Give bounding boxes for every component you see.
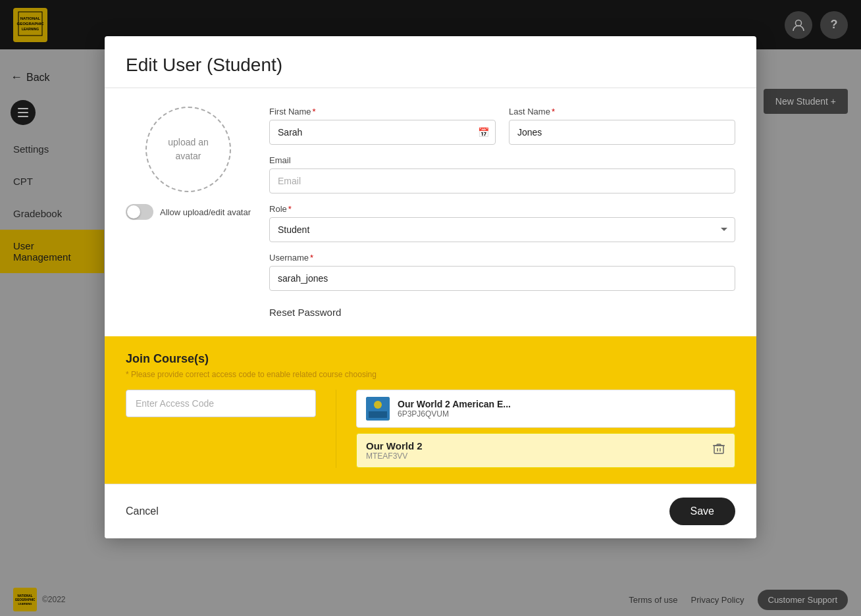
join-courses-section: Join Course(s) * Please provide correct … bbox=[105, 336, 756, 484]
last-name-label: Last Name* bbox=[509, 107, 735, 116]
join-courses-title: Join Course(s) bbox=[126, 352, 735, 366]
modal-form-area: upload an avatar Allow upload/edit avata… bbox=[105, 88, 756, 336]
course-name-1: Our World 2 American E... bbox=[398, 399, 725, 409]
toggle-row: Allow upload/edit avatar bbox=[126, 204, 251, 220]
edit-user-modal: Edit User (Student) upload an avatar All… bbox=[105, 36, 756, 538]
first-name-input-wrapper: 📅 bbox=[269, 120, 496, 145]
avatar-section: upload an avatar Allow upload/edit avata… bbox=[126, 107, 251, 220]
email-label: Email bbox=[269, 155, 735, 165]
modal-title: Edit User (Student) bbox=[126, 55, 735, 76]
course-item-active[interactable]: Our World 2 American E... 6P3PJ6QVUM bbox=[356, 390, 735, 428]
avatar-toggle[interactable] bbox=[126, 204, 153, 220]
username-group: Username* bbox=[269, 253, 735, 291]
course-code-1: 6P3PJ6QVUM bbox=[398, 409, 725, 419]
first-name-label: First Name* bbox=[269, 107, 496, 116]
svg-rect-13 bbox=[714, 446, 723, 453]
access-code-input[interactable] bbox=[126, 390, 316, 417]
course-info-1: Our World 2 American E... 6P3PJ6QVUM bbox=[398, 399, 725, 419]
course-item-secondary[interactable]: Our World 2 MTEAF3VV bbox=[356, 433, 735, 468]
course-info-2: Our World 2 MTEAF3VV bbox=[366, 440, 704, 461]
first-name-input[interactable] bbox=[269, 120, 496, 145]
last-name-required: * bbox=[552, 107, 555, 116]
reset-password-link[interactable]: Reset Password bbox=[269, 307, 735, 318]
join-courses-content: Our World 2 American E... 6P3PJ6QVUM Our… bbox=[126, 390, 735, 468]
modal-overlay: Edit User (Student) upload an avatar All… bbox=[0, 0, 861, 616]
email-input[interactable] bbox=[269, 168, 735, 193]
cancel-button[interactable]: Cancel bbox=[126, 500, 159, 523]
delete-course-icon[interactable] bbox=[712, 442, 725, 459]
avatar-label: upload an avatar bbox=[168, 136, 209, 163]
course-thumbnail bbox=[366, 397, 390, 421]
join-courses-hint: * Please provide correct access code to … bbox=[126, 370, 735, 379]
courses-list-area: Our World 2 American E... 6P3PJ6QVUM Our… bbox=[336, 390, 735, 468]
first-name-group: First Name* 📅 bbox=[269, 107, 496, 145]
save-button[interactable]: Save bbox=[669, 498, 735, 525]
svg-point-11 bbox=[374, 401, 382, 409]
role-required: * bbox=[288, 204, 292, 214]
role-group: Role* Student bbox=[269, 204, 735, 242]
username-label: Username* bbox=[269, 253, 735, 263]
svg-rect-12 bbox=[369, 411, 387, 418]
role-select[interactable]: Student bbox=[269, 217, 735, 242]
course-name-2: Our World 2 bbox=[366, 440, 704, 451]
email-group: Email bbox=[269, 155, 735, 193]
course-code-2: MTEAF3VV bbox=[366, 451, 704, 461]
avatar-upload-circle[interactable]: upload an avatar bbox=[145, 107, 231, 192]
username-required: * bbox=[310, 253, 313, 263]
first-name-required: * bbox=[313, 107, 316, 116]
last-name-input[interactable] bbox=[509, 120, 735, 145]
access-code-area bbox=[126, 390, 336, 468]
calendar-icon: 📅 bbox=[478, 127, 489, 138]
username-input[interactable] bbox=[269, 266, 735, 291]
toggle-knob bbox=[127, 205, 140, 218]
last-name-group: Last Name* bbox=[509, 107, 735, 145]
form-fields: First Name* 📅 Last Name* bbox=[269, 107, 735, 318]
toggle-label: Allow upload/edit avatar bbox=[160, 207, 251, 217]
modal-header: Edit User (Student) bbox=[105, 36, 756, 88]
name-row: First Name* 📅 Last Name* bbox=[269, 107, 735, 145]
role-label: Role* bbox=[269, 204, 735, 214]
modal-footer: Cancel Save bbox=[105, 484, 756, 538]
